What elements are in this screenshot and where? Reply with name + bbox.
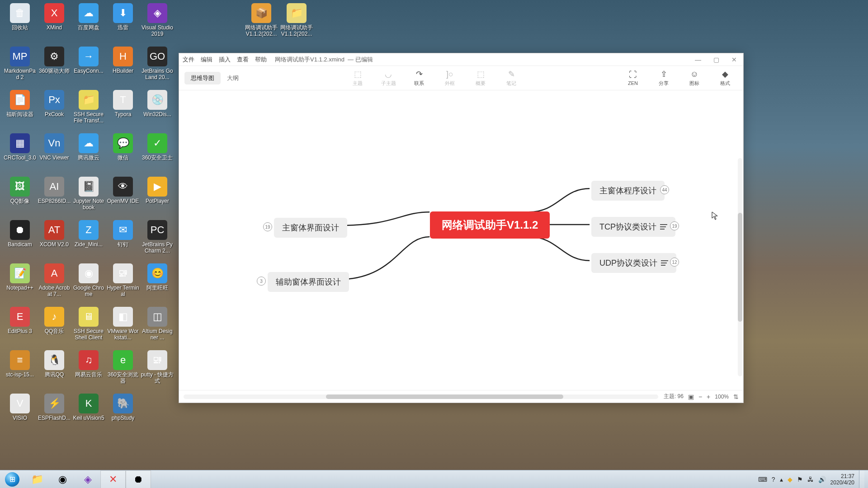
start-button[interactable]: ⊞ — [0, 470, 24, 488]
desktop-icon[interactable]: ⚡ESPFlashD... — [37, 392, 71, 435]
collapse-badge[interactable]: 3 — [257, 277, 266, 286]
desktop-icon[interactable]: 🐘phpStudy — [106, 392, 140, 435]
tool-概要[interactable]: ⬚概要 — [472, 69, 490, 87]
map-overview-icon[interactable]: ▣ — [688, 393, 694, 400]
taskbar-clock[interactable]: 21:37 2020/4/20 — [830, 473, 854, 486]
desktop-icon[interactable]: ◉Google Chrome — [71, 262, 106, 305]
zoom-in-button[interactable]: + — [707, 393, 710, 400]
zoom-stepper-icon[interactable]: ⇅ — [733, 393, 739, 400]
tab-outline[interactable]: 大纲 — [221, 72, 245, 84]
desktop-icon[interactable]: ♫网易云音乐 — [71, 348, 106, 392]
desktop-icon[interactable]: 📁网络调试助手V1.1.2(202... — [279, 1, 314, 45]
desktop-icon[interactable]: 🖳Hyper Terminal — [106, 262, 140, 305]
tool-联系[interactable]: ↷联系 — [410, 69, 428, 87]
collapse-badge[interactable]: 12 — [670, 258, 679, 267]
desktop-icon[interactable]: ⚙360驱动大师 — [37, 45, 71, 88]
taskbar-explorer[interactable]: 📁 — [24, 470, 50, 488]
desktop-icon[interactable]: AAdobe Acrobat 7... — [37, 262, 71, 305]
desktop-icon[interactable]: ATXCOM V2.0 — [37, 218, 71, 262]
menu-编辑[interactable]: 编辑 — [201, 56, 212, 64]
desktop-icon[interactable]: ◈Visual Studio 2019 — [140, 1, 175, 45]
tray-network-icon[interactable]: 🖧 — [807, 476, 814, 483]
desktop-icon[interactable]: 💬微信 — [106, 131, 140, 175]
collapse-badge[interactable]: 44 — [660, 185, 669, 194]
desktop-icon[interactable]: ⬇迅雷 — [106, 1, 140, 45]
desktop-icon[interactable]: 🗑回收站 — [3, 1, 37, 45]
desktop-icon[interactable]: ✉钉钉 — [106, 218, 140, 262]
menu-帮助[interactable]: 帮助 — [255, 56, 267, 64]
desktop-icon[interactable]: 📄福昕阅读器 — [3, 88, 37, 131]
collapse-badge[interactable]: 19 — [670, 221, 679, 230]
tool-ZEN[interactable]: ⛶ZEN — [624, 70, 642, 86]
desktop-icon[interactable]: 👁OpenMV IDE — [106, 175, 140, 218]
vertical-scrollbar[interactable] — [738, 158, 742, 376]
tray-help-icon[interactable]: ? — [772, 476, 775, 483]
desktop-icon[interactable]: VnVNC Viewer — [37, 131, 71, 175]
desktop-icon[interactable]: 🖳putty - 快捷方式 — [140, 348, 175, 392]
collapse-badge[interactable]: 19 — [263, 222, 272, 231]
tool-外框[interactable]: ]○外框 — [441, 70, 459, 87]
desktop-icon[interactable]: 📓Jupyter Notebook — [71, 175, 106, 218]
desktop-icon[interactable]: HHBuilder — [106, 45, 140, 88]
taskbar-vs[interactable]: ◈ — [75, 470, 100, 488]
desktop-icon[interactable]: ◫Altium Designer ... — [140, 305, 175, 348]
horizontal-scrollbar[interactable] — [184, 394, 658, 399]
desktop-icon[interactable]: 🖼QQ影像 — [3, 175, 37, 218]
desktop-icon[interactable]: 😊阿里旺旺 — [140, 262, 175, 305]
desktop-icon[interactable]: →EasyConn... — [71, 45, 106, 88]
tray-volume-icon[interactable]: 🔊 — [818, 476, 826, 483]
tray-shield-icon[interactable]: ◆ — [788, 476, 793, 483]
desktop-icon[interactable]: 📁SSH Secure File Transf... — [71, 88, 106, 131]
desktop-icon[interactable]: PCJetBrains PyCharm 2... — [140, 218, 175, 262]
desktop-icon[interactable]: EEditPlus 3 — [3, 305, 37, 348]
menu-文件[interactable]: 文件 — [183, 56, 194, 64]
tab-mindmap[interactable]: 思维导图 — [184, 72, 221, 84]
tool-子主题[interactable]: ◡子主题 — [379, 69, 397, 87]
desktop-icon[interactable]: ☁腾讯微云 — [71, 131, 106, 175]
menu-查看[interactable]: 查看 — [237, 56, 249, 64]
zoom-out-button[interactable]: − — [698, 393, 702, 400]
desktop-icon[interactable]: ▶PotPlayer — [140, 175, 175, 218]
desktop-icon[interactable]: MPMarkdownPad 2 — [3, 45, 37, 88]
desktop-icon[interactable]: ◧VMware Workstati... — [106, 305, 140, 348]
desktop-icon[interactable]: KKeil uVision5 — [71, 392, 106, 435]
desktop-icon[interactable]: ≡stc-isp-15... — [3, 348, 37, 392]
desktop-icon[interactable]: 🖥SSH Secure Shell Client — [71, 305, 106, 348]
show-desktop-button[interactable] — [859, 470, 864, 488]
desktop-icon[interactable]: TTypora — [106, 88, 140, 131]
mindmap-node-r1[interactable]: 主窗体程序设计 — [591, 181, 665, 201]
desktop-icon[interactable]: 🐧腾讯QQ — [37, 348, 71, 392]
mindmap-node-l2[interactable]: 辅助窗体界面设计 — [268, 272, 349, 292]
close-button[interactable]: ✕ — [729, 56, 740, 63]
desktop-icon[interactable]: 📝Notepad++ — [3, 262, 37, 305]
tray-chevron-up-icon[interactable]: ▴ — [780, 476, 783, 483]
tool-笔记[interactable]: ✎笔记 — [502, 69, 520, 87]
desktop-icon[interactable]: XXMind — [37, 1, 71, 45]
tool-主题[interactable]: ⬚主题 — [349, 69, 367, 87]
mindmap-node-r3[interactable]: UDP协议类设计 — [591, 253, 676, 273]
taskbar-xmind[interactable]: ✕ — [100, 470, 126, 488]
taskbar-chrome[interactable]: ◉ — [50, 470, 75, 488]
desktop-icon[interactable]: PxPxCook — [37, 88, 71, 131]
desktop-icon[interactable]: ✓360安全卫士 — [140, 131, 175, 175]
desktop-icon[interactable]: AIESP8266ID... — [37, 175, 71, 218]
desktop-icon[interactable]: VVISIO — [3, 392, 37, 435]
desktop-icon[interactable]: e360安全浏览器 — [106, 348, 140, 392]
mindmap-node-r2[interactable]: TCP协议类设计 — [591, 217, 675, 237]
menu-插入[interactable]: 插入 — [219, 56, 231, 64]
tool-格式[interactable]: ◆格式 — [716, 69, 734, 87]
desktop-icon[interactable]: 📦网络调试助手V1.1.2(202... — [244, 1, 278, 45]
tool-图标[interactable]: ☺图标 — [685, 70, 703, 87]
maximize-button[interactable]: ▢ — [711, 56, 722, 63]
mindmap-root[interactable]: 网络调试助手V1.1.2 — [430, 211, 550, 239]
minimize-button[interactable]: — — [693, 56, 703, 63]
desktop-icon[interactable]: ⏺Bandicam — [3, 218, 37, 262]
tray-input-icon[interactable]: ⌨ — [758, 476, 767, 483]
mindmap-canvas[interactable]: 网络调试助手V1.1.2 主窗体界面设计 19 辅助窗体界面设计 3 主窗体程序… — [179, 90, 743, 390]
desktop-icon[interactable]: ▦CRCTool_3.0 — [3, 131, 37, 175]
desktop-icon[interactable]: ☁百度网盘 — [71, 1, 106, 45]
mindmap-node-l1[interactable]: 主窗体界面设计 — [274, 218, 347, 238]
tray-flag-icon[interactable]: ⚑ — [797, 476, 803, 483]
desktop-icon[interactable]: ♪QQ音乐 — [37, 305, 71, 348]
desktop-icon[interactable]: 💿Win32Dis... — [140, 88, 175, 131]
